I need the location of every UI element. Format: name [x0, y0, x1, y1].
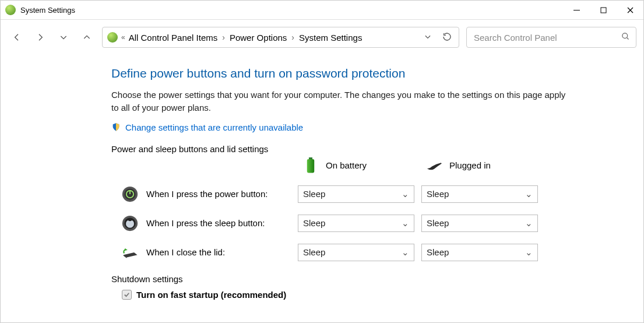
- select-value: Sleep: [303, 247, 325, 257]
- svg-point-4: [622, 33, 628, 38]
- breadcrumb-item[interactable]: All Control Panel Items: [129, 33, 218, 43]
- plug-icon: [426, 157, 442, 174]
- chevron-down-icon: ⌄: [402, 218, 409, 229]
- search-icon[interactable]: [621, 32, 630, 43]
- select-value: Sleep: [303, 189, 325, 199]
- sleep-button-icon: [122, 215, 138, 231]
- row-sleep-button: When I press the sleep button:: [122, 215, 291, 231]
- breadcrumb-sep-icon: ›: [222, 33, 225, 42]
- battery-icon: [302, 157, 319, 174]
- up-button[interactable]: [79, 29, 95, 45]
- column-plugged-in-label: Plugged in: [449, 160, 491, 170]
- sleep-button-battery-select[interactable]: Sleep ⌄: [298, 215, 414, 232]
- section-power-sleep-label: Power and sleep buttons and lid settings: [111, 144, 615, 154]
- select-value: Sleep: [427, 247, 449, 257]
- power-button-icon: [122, 186, 138, 202]
- shield-icon: [111, 122, 121, 132]
- breadcrumb-item[interactable]: System Settings: [299, 33, 362, 43]
- select-value: Sleep: [427, 218, 449, 228]
- select-value: Sleep: [303, 218, 325, 228]
- svg-rect-7: [307, 159, 314, 173]
- maximize-button[interactable]: [590, 1, 617, 19]
- breadcrumb-sep-icon: ›: [291, 33, 294, 42]
- window-title: System Settings: [20, 6, 75, 15]
- sleep-button-plugged-select[interactable]: Sleep ⌄: [421, 215, 538, 232]
- svg-rect-1: [601, 8, 606, 13]
- address-bar[interactable]: « All Control Panel Items › Power Option…: [102, 27, 459, 48]
- laptop-lid-icon: [122, 244, 138, 261]
- power-button-plugged-select[interactable]: Sleep ⌄: [421, 185, 538, 203]
- column-on-battery: On battery: [298, 157, 414, 174]
- chevron-down-icon: ⌄: [402, 247, 409, 258]
- nav-row: « All Control Panel Items › Power Option…: [1, 20, 643, 55]
- minimize-button[interactable]: [563, 1, 590, 19]
- overflow-chevron-icon[interactable]: «: [121, 33, 125, 41]
- row-close-lid: When I close the lid:: [122, 244, 291, 261]
- column-plugged-in: Plugged in: [421, 157, 538, 174]
- fast-startup-checkbox[interactable]: [122, 290, 132, 300]
- back-button[interactable]: [9, 29, 25, 45]
- select-value: Sleep: [427, 189, 449, 199]
- column-on-battery-label: On battery: [326, 160, 367, 170]
- search-input[interactable]: [473, 32, 621, 43]
- forward-button[interactable]: [32, 29, 48, 45]
- row-power-button: When I press the power button:: [122, 186, 291, 202]
- chevron-down-icon: ⌄: [525, 247, 533, 258]
- chevron-down-icon: ⌄: [525, 189, 533, 199]
- fast-startup-label: Turn on fast startup (recommended): [136, 290, 286, 300]
- breadcrumb-item[interactable]: Power Options: [230, 33, 287, 43]
- close-lid-battery-select[interactable]: Sleep ⌄: [298, 244, 414, 261]
- chevron-down-icon: ⌄: [402, 189, 409, 199]
- refresh-button[interactable]: [442, 32, 452, 43]
- svg-marker-16: [124, 248, 128, 251]
- recent-dropdown-button[interactable]: [55, 29, 72, 45]
- row-sleep-button-label: When I press the sleep button:: [146, 218, 265, 228]
- content-area: Define power buttons and turn on passwor…: [1, 55, 643, 300]
- title-bar: System Settings: [1, 1, 643, 20]
- address-app-icon: [107, 32, 118, 43]
- section-shutdown-label: Shutdown settings: [111, 274, 615, 284]
- app-icon: [5, 5, 16, 15]
- change-unavailable-link[interactable]: Change settings that are currently unava…: [125, 122, 303, 132]
- row-power-button-label: When I press the power button:: [146, 189, 268, 199]
- close-button[interactable]: [617, 1, 643, 19]
- page-heading: Define power buttons and turn on passwor…: [111, 66, 615, 80]
- address-dropdown-button[interactable]: [424, 33, 432, 43]
- svg-rect-6: [309, 157, 312, 159]
- power-button-battery-select[interactable]: Sleep ⌄: [298, 185, 414, 203]
- chevron-down-icon: ⌄: [525, 218, 533, 229]
- row-close-lid-label: When I close the lid:: [146, 247, 225, 257]
- search-box[interactable]: [466, 27, 636, 48]
- close-lid-plugged-select[interactable]: Sleep ⌄: [421, 244, 538, 261]
- page-description: Choose the power settings that you want …: [111, 89, 566, 114]
- svg-line-5: [627, 37, 628, 39]
